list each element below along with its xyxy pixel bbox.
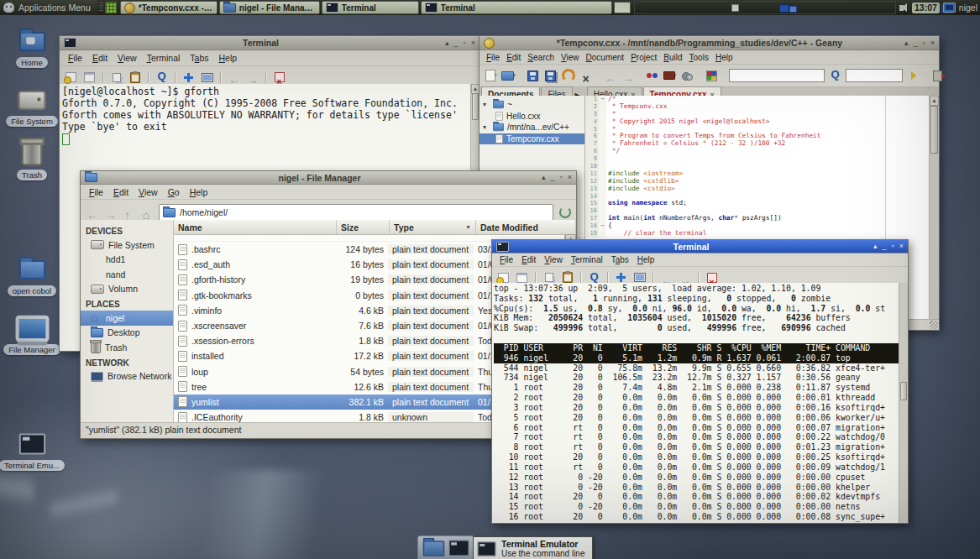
- scrollbar[interactable]: [899, 283, 908, 523]
- fold-marker[interactable]: −: [599, 222, 606, 230]
- toolbar-button-fullscreen[interactable]: [181, 71, 196, 84]
- menu-document[interactable]: Document: [583, 52, 628, 63]
- menu-file[interactable]: File: [63, 51, 87, 65]
- toolbar-button-revert[interactable]: [561, 69, 575, 82]
- taskbar-button-terminal[interactable]: Terminal: [322, 1, 419, 14]
- menu-search[interactable]: Search: [524, 52, 558, 63]
- menu-edit[interactable]: Edit: [517, 254, 540, 265]
- sidebar-item-file-system[interactable]: File System: [81, 238, 173, 253]
- applications-menu-button[interactable]: Applications Menu: [0, 0, 97, 15]
- clock[interactable]: 13:07: [912, 3, 940, 13]
- sidebar-item-desktop[interactable]: Desktop: [81, 326, 173, 341]
- scroll-up-icon[interactable]: ▲: [930, 96, 939, 106]
- titlebar[interactable]: Terminal ▴_▫×: [492, 240, 908, 253]
- desktop-icon-home[interactable]: Home: [3, 29, 60, 68]
- workspace-switcher[interactable]: [634, 1, 896, 14]
- minimize-icon[interactable]: _: [914, 39, 918, 47]
- minimize-icon[interactable]: _: [551, 174, 555, 181]
- sidebar-item-browse-network[interactable]: Browse Network: [81, 369, 173, 384]
- menu-go[interactable]: Go: [163, 185, 185, 199]
- menu-edit[interactable]: Edit: [108, 185, 134, 199]
- toolbar-button-back[interactable]: [227, 71, 241, 84]
- menu-view[interactable]: View: [558, 52, 583, 63]
- close-icon[interactable]: ×: [471, 39, 475, 47]
- menu-edit[interactable]: Edit: [503, 52, 524, 63]
- scrollbar-thumb[interactable]: [472, 93, 479, 120]
- toolbar-button-forward[interactable]: [245, 71, 259, 84]
- display-icon[interactable]: [943, 3, 956, 13]
- minimize-icon[interactable]: _: [883, 243, 887, 250]
- goto-line-input[interactable]: [846, 69, 903, 82]
- dock-terminal-launcher[interactable]: [448, 539, 469, 557]
- scrollbar[interactable]: ▲: [929, 96, 939, 320]
- taskbar-button-nigel-file-manager[interactable]: nigel - File Manager: [219, 1, 320, 14]
- toolbar-button-home-nav[interactable]: [140, 206, 155, 219]
- close-icon[interactable]: ×: [568, 174, 572, 181]
- toolbar-button-close-file[interactable]: [579, 69, 593, 82]
- toolbar-button-compile[interactable]: [645, 69, 659, 82]
- toolbar-button-reload[interactable]: [558, 206, 572, 219]
- desktop-icon-open-cobol[interactable]: open cobol: [3, 257, 60, 296]
- desktop-icon-trash[interactable]: Trash: [3, 141, 60, 180]
- menu-view[interactable]: View: [134, 185, 163, 199]
- menu-help[interactable]: Help: [712, 52, 736, 63]
- toolbar-button-close-tab[interactable]: [272, 71, 286, 84]
- toolbar-button-quit[interactable]: [930, 69, 945, 82]
- desktop-icon-file-system[interactable]: File System: [3, 87, 60, 127]
- toolbar-button-up[interactable]: [122, 206, 136, 219]
- dock-file-manager-launcher[interactable]: [423, 539, 443, 557]
- taskbar-button-terminal[interactable]: Terminal: [421, 1, 612, 14]
- toolbar-button-open-file[interactable]: ▾: [501, 69, 516, 82]
- toolbar-button-screen[interactable]: [200, 71, 214, 84]
- menu-terminal[interactable]: Terminal: [142, 51, 186, 65]
- column-header-size[interactable]: Size: [337, 220, 390, 234]
- menu-tools[interactable]: Tools: [686, 52, 712, 63]
- toolbar-button-back[interactable]: [85, 206, 99, 219]
- desktop-icon-file-manager[interactable]: File Manager: [3, 316, 60, 355]
- column-header-name[interactable]: Name: [174, 220, 337, 234]
- minimize-icon[interactable]: _: [454, 39, 459, 47]
- toolbar-button-save[interactable]: [526, 69, 540, 82]
- menu-tabs[interactable]: Tabs: [607, 254, 633, 265]
- menu-view[interactable]: View: [540, 254, 567, 265]
- shade-icon[interactable]: ▴: [542, 174, 546, 181]
- expander-icon[interactable]: ▾: [483, 123, 490, 131]
- column-header-type[interactable]: Type▼: [390, 220, 476, 234]
- maximize-icon[interactable]: ▫: [560, 174, 563, 181]
- user-menu[interactable]: nigel: [959, 3, 977, 13]
- window-terminal-top[interactable]: Terminal ▴_▫× FileEditViewTerminalTabsHe…: [491, 239, 909, 524]
- titlebar[interactable]: Terminal ▴_▫×: [60, 36, 480, 50]
- menu-help[interactable]: Help: [185, 185, 213, 199]
- resize-grip[interactable]: [930, 321, 938, 329]
- close-icon[interactable]: ×: [930, 39, 935, 47]
- toolbar-button-jump-to[interactable]: [906, 69, 920, 82]
- sidebar-item-nigel[interactable]: nigel: [81, 311, 173, 326]
- menu-terminal[interactable]: Terminal: [567, 254, 607, 265]
- toolbar-button-color-chooser[interactable]: [705, 69, 719, 82]
- sidebar-item-hdd1[interactable]: hdd1: [81, 253, 173, 268]
- menu-tabs[interactable]: Tabs: [185, 51, 213, 65]
- scrollbar-thumb[interactable]: [900, 382, 907, 400]
- toolbar-button-search[interactable]: [828, 69, 842, 82]
- menu-edit[interactable]: Edit: [87, 51, 113, 65]
- sidebar-item-volumn[interactable]: Volumn: [81, 282, 173, 297]
- toolbar-button-paste[interactable]: [128, 71, 142, 84]
- maximize-icon[interactable]: ▫: [464, 39, 466, 47]
- toolbar-button-save-all[interactable]: [543, 69, 558, 82]
- menu-file[interactable]: File: [483, 52, 503, 63]
- scrollbar-thumb[interactable]: [930, 106, 938, 154]
- menu-view[interactable]: View: [113, 51, 142, 65]
- column-header-date-modified[interactable]: Date Modified: [476, 220, 576, 234]
- window-list-icon[interactable]: [105, 2, 117, 13]
- toolbar-button-search[interactable]: [155, 71, 169, 84]
- toolbar-button-new-window[interactable]: [82, 71, 97, 84]
- toolbar-button-forward[interactable]: [621, 69, 635, 82]
- toolbar-button-forward[interactable]: [103, 206, 118, 219]
- toolbar-button-new-tab[interactable]: [64, 71, 78, 84]
- fold-marker[interactable]: −: [599, 96, 606, 103]
- titlebar[interactable]: *Tempconv.cxx - /mnt/nandb/Programming_s…: [480, 36, 939, 50]
- menu-project[interactable]: Project: [627, 52, 660, 63]
- search-input[interactable]: [729, 69, 825, 82]
- menu-help[interactable]: Help: [633, 254, 659, 265]
- toolbar-button-new-file[interactable]: ▾: [484, 69, 498, 82]
